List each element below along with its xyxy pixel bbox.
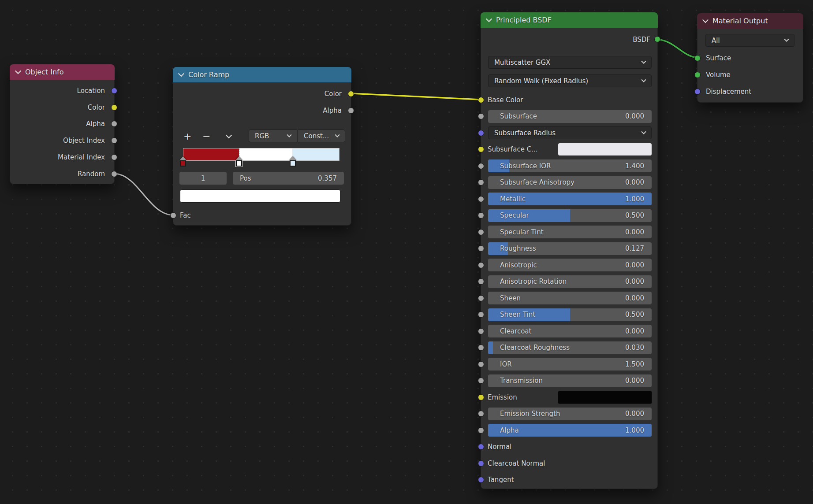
add-stop-button[interactable]: + bbox=[183, 132, 191, 141]
interpolation-value: Const... bbox=[304, 132, 329, 140]
metallic-slider[interactable]: Metallic1.000 bbox=[488, 193, 652, 205]
node-links-layer bbox=[0, 0, 813, 504]
ramp-stop-handle[interactable] bbox=[235, 156, 242, 167]
socket-bsdf-output[interactable] bbox=[654, 36, 660, 42]
socket-metallic-input[interactable] bbox=[478, 196, 484, 202]
clearcoat-roughness-slider[interactable]: Clearcoat Roughness0.030 bbox=[488, 341, 652, 354]
sheen-slider[interactable]: Sheen0.000 bbox=[488, 292, 652, 304]
socket-color-output[interactable] bbox=[348, 91, 354, 97]
input-row-volume: Volume bbox=[697, 69, 803, 82]
ramp-stop-handle[interactable] bbox=[179, 156, 186, 167]
specular-slider[interactable]: Specular0.500 bbox=[488, 209, 652, 222]
emission-strength-slider[interactable]: Emission Strength0.000 bbox=[488, 408, 652, 420]
node-principled-bsdf[interactable]: Principled BSDF BSDF Multiscatter GGX Ra… bbox=[481, 12, 658, 489]
socket-subsurface-anisotropy-input[interactable] bbox=[478, 179, 484, 185]
color-mode-dropdown[interactable]: RGB bbox=[249, 130, 297, 142]
node-editor-canvas[interactable]: Object Info LocationColorAlphaObject Ind… bbox=[0, 0, 813, 504]
subsurface-slider[interactable]: Subsurface0.000 bbox=[488, 110, 652, 123]
transmission-slider[interactable]: Transmission0.000 bbox=[488, 374, 652, 387]
slider-value: 0.500 bbox=[625, 311, 644, 319]
socket-ior-input[interactable] bbox=[478, 361, 484, 367]
socket-sheen-tint-input[interactable] bbox=[478, 311, 484, 318]
socket-subsurface-c-input[interactable] bbox=[478, 146, 484, 152]
anisotropic-rotation-slider[interactable]: Anisotropic Rotation0.000 bbox=[488, 275, 652, 288]
interpolation-dropdown[interactable]: Const... bbox=[298, 130, 345, 142]
node-link-color-basecolor[interactable] bbox=[351, 93, 480, 100]
slider-label: Transmission bbox=[500, 377, 543, 385]
node-material-output-header[interactable]: Material Output bbox=[697, 13, 803, 29]
output-row-color: Color bbox=[173, 88, 351, 100]
socket-tangent-input[interactable] bbox=[478, 477, 484, 483]
socket-color-output[interactable] bbox=[111, 104, 117, 111]
socket-anisotropic-rotation-input[interactable] bbox=[478, 278, 484, 285]
output-target-dropdown[interactable]: All bbox=[705, 34, 794, 47]
socket-clearcoat-input[interactable] bbox=[478, 328, 484, 334]
slider-value: 0.000 bbox=[625, 261, 644, 269]
subsurface-c-color-swatch[interactable] bbox=[558, 143, 652, 156]
node-link-random-fac[interactable] bbox=[115, 174, 171, 215]
collapse-chevron-icon[interactable] bbox=[486, 16, 492, 22]
input-label: Emission bbox=[488, 393, 517, 401]
stop-color-swatch[interactable] bbox=[180, 189, 340, 203]
socket-sheen-input[interactable] bbox=[478, 295, 484, 301]
socket-emission-strength-input[interactable] bbox=[478, 411, 484, 417]
socket-emission-input[interactable] bbox=[478, 394, 484, 400]
socket-specular-tint-input[interactable] bbox=[478, 229, 484, 235]
specular-tint-slider[interactable]: Specular Tint0.000 bbox=[488, 226, 652, 238]
socket-subsurface-radius-input[interactable] bbox=[478, 130, 484, 136]
roughness-slider[interactable]: Roughness0.127 bbox=[488, 242, 652, 255]
clearcoat-slider[interactable]: Clearcoat0.000 bbox=[488, 325, 652, 337]
node-object-info[interactable]: Object Info LocationColorAlphaObject Ind… bbox=[10, 64, 115, 184]
remove-stop-button[interactable]: − bbox=[202, 132, 210, 141]
stop-index-field[interactable]: 1 bbox=[179, 172, 227, 185]
socket-alpha-input[interactable] bbox=[478, 427, 484, 434]
socket-material-index-output[interactable] bbox=[111, 154, 117, 160]
socket-object-index-output[interactable] bbox=[111, 137, 117, 144]
node-principled-bsdf-header[interactable]: Principled BSDF bbox=[481, 12, 658, 28]
socket-normal-input[interactable] bbox=[478, 444, 484, 450]
node-material-output[interactable]: Material Output All SurfaceVolumeDisplac… bbox=[697, 13, 803, 103]
node-color-ramp-header[interactable]: Color Ramp bbox=[173, 67, 351, 82]
subsurface-ior-slider[interactable]: Subsurface IOR1.400 bbox=[488, 159, 652, 172]
socket-clearcoat-roughness-input[interactable] bbox=[478, 345, 484, 351]
socket-alpha-output[interactable] bbox=[348, 107, 354, 114]
subsurface-radius-dropdown[interactable]: Subsurface Radius bbox=[488, 126, 652, 139]
input-label: Volume bbox=[706, 71, 731, 79]
socket-fac-input[interactable] bbox=[170, 212, 176, 219]
slider-label: Sheen bbox=[500, 294, 521, 302]
distribution-dropdown[interactable]: Multiscatter GGX bbox=[488, 56, 652, 69]
socket-volume-input[interactable] bbox=[694, 72, 701, 78]
node-object-info-header[interactable]: Object Info bbox=[10, 64, 115, 80]
socket-roughness-input[interactable] bbox=[478, 245, 484, 252]
socket-displacement-input[interactable] bbox=[694, 89, 701, 95]
chevron-down-icon bbox=[335, 132, 339, 137]
socket-specular-input[interactable] bbox=[478, 212, 484, 219]
pos-field-value: 0.357 bbox=[318, 174, 337, 182]
socket-anisotropic-input[interactable] bbox=[478, 262, 484, 268]
socket-subsurface-ior-input[interactable] bbox=[478, 163, 484, 169]
collapse-chevron-icon[interactable] bbox=[15, 68, 21, 74]
socket-location-output[interactable] bbox=[111, 88, 117, 94]
anisotropic-slider[interactable]: Anisotropic0.000 bbox=[488, 259, 652, 271]
socket-base-color-input[interactable] bbox=[478, 97, 484, 103]
ramp-stop-handle[interactable] bbox=[289, 156, 296, 167]
subsurface-method-dropdown[interactable]: Random Walk (Fixed Radius) bbox=[488, 74, 652, 87]
node-color-ramp[interactable]: Color Ramp ColorAlpha + − RGB Const... 1… bbox=[173, 67, 351, 226]
collapse-chevron-icon[interactable] bbox=[702, 17, 709, 23]
socket-surface-input[interactable] bbox=[694, 55, 701, 61]
socket-transmission-input[interactable] bbox=[478, 378, 484, 384]
ramp-stop-roof-icon bbox=[235, 156, 242, 160]
socket-random-output[interactable] bbox=[111, 171, 117, 177]
color-ramp-gradient-bar[interactable] bbox=[183, 148, 339, 161]
ior-slider[interactable]: IOR1.500 bbox=[488, 358, 652, 371]
ramp-options-chevron-icon[interactable] bbox=[226, 132, 232, 138]
input-row-clearcoat-normal: Clearcoat Normal bbox=[481, 457, 657, 470]
sheen-tint-slider[interactable]: Sheen Tint0.500 bbox=[488, 308, 652, 321]
socket-subsurface-input[interactable] bbox=[478, 113, 484, 119]
stop-position-field[interactable]: Pos 0.357 bbox=[233, 172, 344, 185]
alpha-slider[interactable]: Alpha1.000 bbox=[488, 424, 652, 437]
collapse-chevron-icon[interactable] bbox=[178, 70, 184, 77]
socket-clearcoat-normal-input[interactable] bbox=[478, 460, 484, 467]
subsurface-anisotropy-slider[interactable]: Subsurface Anisotropy0.000 bbox=[488, 176, 652, 189]
emission-color-swatch[interactable] bbox=[558, 391, 652, 404]
